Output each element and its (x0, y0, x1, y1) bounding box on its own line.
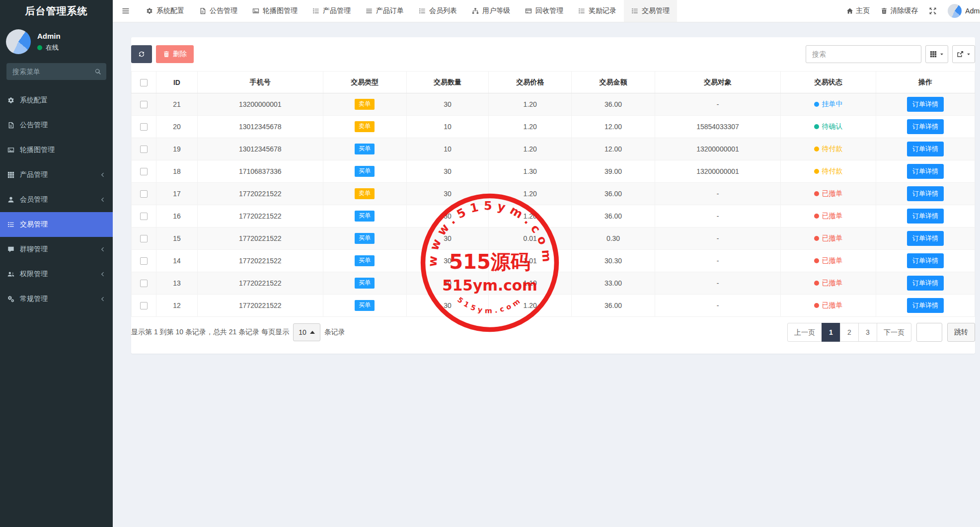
refresh-button[interactable] (131, 45, 152, 63)
page-size-select[interactable]: 10 (293, 323, 320, 341)
trash-icon (163, 51, 170, 58)
sidebar-item-system-config[interactable]: 系统配置 (0, 88, 113, 113)
order-detail-button[interactable]: 订单详情 (907, 276, 944, 291)
sidebar-item-general[interactable]: 常规管理 (0, 287, 113, 311)
table-row: 15 17720221522 买单 30 0.01 0.30 - 已撤单 订单详… (132, 227, 975, 250)
app-title[interactable]: 后台管理系统 (0, 0, 113, 22)
order-detail-button[interactable]: 订单详情 (907, 209, 944, 224)
sidebar-item-carousel[interactable]: 轮播图管理 (0, 138, 113, 162)
gear-icon (7, 97, 14, 104)
row-checkbox[interactable] (140, 190, 148, 198)
order-detail-button[interactable]: 订单详情 (907, 142, 944, 156)
page-button-3[interactable]: 3 (858, 323, 877, 342)
jump-page-input[interactable] (916, 323, 942, 342)
order-detail-button[interactable]: 订单详情 (907, 253, 944, 268)
tab-transactions[interactable]: 交易管理 (624, 0, 677, 22)
sidebar-item-announcements[interactable]: 公告管理 (0, 113, 113, 138)
type-badge: 买单 (355, 144, 375, 154)
type-badge: 卖单 (355, 121, 375, 132)
prev-page-button[interactable]: 上一页 (787, 323, 822, 342)
status-badge: 挂单中 (814, 100, 843, 109)
column-header: 手机号 (197, 72, 323, 93)
sidebar-item-label: 群聊管理 (20, 245, 48, 254)
list-icon (312, 7, 319, 14)
trash-icon (881, 7, 888, 14)
bars-icon (122, 7, 130, 15)
row-checkbox[interactable] (140, 168, 148, 175)
order-detail-button[interactable]: 订单详情 (907, 97, 944, 112)
user-panel: Admin 在线 (0, 22, 113, 60)
order-detail-button[interactable]: 订单详情 (907, 298, 944, 313)
topbar-right: 主页 清除缓存 Admin (846, 0, 980, 22)
sidebar-item-transactions[interactable]: 交易管理 (0, 212, 113, 237)
row-checkbox[interactable] (140, 302, 148, 309)
export-dropdown-button[interactable] (952, 45, 975, 63)
row-checkbox[interactable] (140, 213, 148, 220)
table-row: 13 17720221522 买单 30 1.10 33.00 - 已撤单 订单… (132, 272, 975, 295)
tab-recycle[interactable]: 回收管理 (518, 0, 571, 22)
order-detail-button[interactable]: 订单详情 (907, 186, 944, 201)
clear-cache-link[interactable]: 清除缓存 (881, 6, 918, 15)
tab-announcements[interactable]: 公告管理 (192, 0, 245, 22)
type-badge: 卖单 (355, 188, 375, 199)
order-detail-button[interactable]: 订单详情 (907, 231, 944, 246)
sidebar-item-label: 公告管理 (20, 121, 48, 130)
table-row: 21 13200000001 卖单 30 1.20 36.00 - 挂单中 订单… (132, 93, 975, 116)
sidebar-item-products[interactable]: 产品管理 (0, 162, 113, 187)
table-search-input[interactable] (806, 45, 921, 63)
list-icon (419, 7, 426, 14)
tab-products[interactable]: 产品管理 (305, 0, 358, 22)
tab-rewards[interactable]: 奖励记录 (571, 0, 624, 22)
order-detail-button[interactable]: 订单详情 (907, 164, 944, 179)
type-badge: 卖单 (355, 99, 375, 110)
next-page-button[interactable]: 下一页 (877, 323, 911, 342)
delete-button[interactable]: 删除 (156, 45, 194, 63)
avatar[interactable] (6, 29, 31, 54)
grid-icon (930, 51, 937, 58)
sidebar-item-label: 常规管理 (20, 295, 48, 303)
tab-member-list[interactable]: 会员列表 (411, 0, 464, 22)
status-badge: 待确认 (814, 122, 843, 131)
row-checkbox[interactable] (140, 280, 148, 287)
row-checkbox[interactable] (140, 101, 148, 108)
sidebar-item-label: 交易管理 (20, 220, 48, 229)
fullscreen-toggle[interactable] (929, 7, 937, 15)
chevron-left-icon (99, 296, 105, 302)
column-header: 交易对象 (655, 72, 780, 93)
columns-dropdown-button[interactable] (925, 45, 948, 63)
menu-toggle[interactable] (113, 0, 139, 22)
type-badge: 买单 (355, 211, 375, 222)
select-all-checkbox[interactable] (140, 79, 148, 86)
table-header-row: ID 手机号 交易类型 交易数量 交易价格 交易金额 交易对象 交易状态 操作 (132, 72, 975, 93)
sidebar-item-group-chat[interactable]: 群聊管理 (0, 237, 113, 262)
list-icon (7, 221, 14, 228)
tab-carousel[interactable]: 轮播图管理 (245, 0, 305, 22)
bars-icon (366, 7, 373, 14)
order-detail-button[interactable]: 订单详情 (907, 119, 944, 134)
sidebar-item-members[interactable]: 会员管理 (0, 187, 113, 212)
status-badge: 已撤单 (814, 279, 843, 288)
status-badge: 已撤单 (814, 256, 843, 265)
jump-button[interactable]: 跳转 (947, 323, 975, 342)
chevron-left-icon (99, 197, 105, 203)
page-button-1[interactable]: 1 (822, 323, 840, 342)
column-header: ID (156, 72, 197, 93)
type-badge: 买单 (355, 255, 375, 266)
sidebar-item-permissions[interactable]: 权限管理 (0, 262, 113, 287)
row-checkbox[interactable] (140, 146, 148, 153)
search-icon[interactable] (94, 68, 101, 75)
caret-up-icon (310, 331, 315, 334)
user-menu[interactable]: Admin (948, 4, 980, 18)
home-link[interactable]: 主页 (846, 6, 870, 15)
row-checkbox[interactable] (140, 123, 148, 131)
tab-product-orders[interactable]: 产品订单 (358, 0, 411, 22)
tab-user-levels[interactable]: 用户等级 (464, 0, 518, 22)
row-checkbox[interactable] (140, 257, 148, 265)
page-button-2[interactable]: 2 (840, 323, 859, 342)
row-checkbox[interactable] (140, 235, 148, 242)
sidebar-search-input[interactable] (6, 63, 106, 80)
status-badge: 已撤单 (814, 301, 843, 310)
content: 删除 ID 手机号 交易类型 (113, 22, 980, 527)
column-header: 交易金额 (572, 72, 655, 93)
tab-system-config[interactable]: 系统配置 (139, 0, 192, 22)
